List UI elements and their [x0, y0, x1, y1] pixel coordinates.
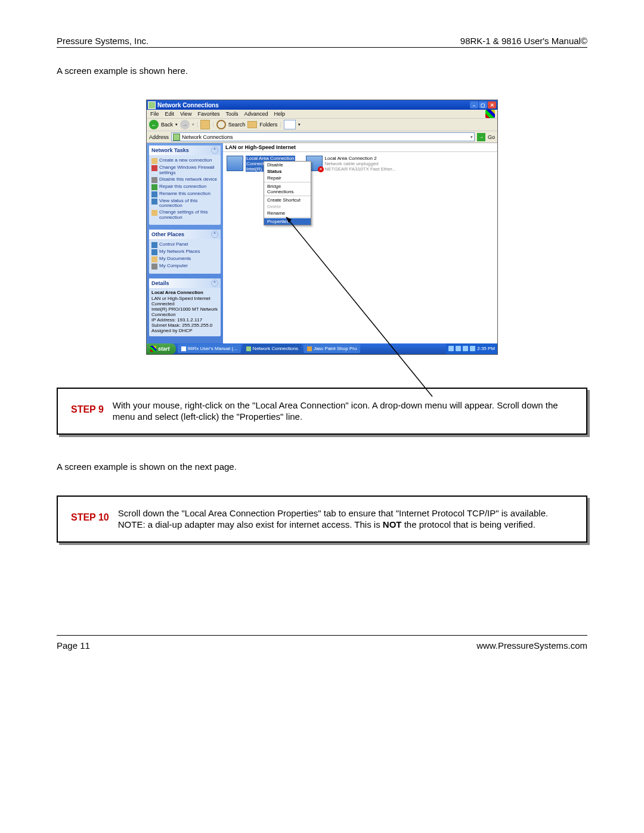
ctx-shortcut[interactable]: Create Shortcut: [264, 197, 311, 203]
conn2-adapter: NETGEAR FA310TX Fast Ether...: [325, 166, 397, 172]
collapse-icon[interactable]: ⌃: [211, 280, 218, 287]
menu-help[interactable]: Help: [274, 111, 285, 117]
task-link[interactable]: Rename this connection: [151, 191, 218, 197]
ctx-rename[interactable]: Rename: [264, 210, 311, 216]
screenshot-container: Network Connections – ▢ ✕ File Edit View…: [146, 100, 498, 355]
task-link[interactable]: Change settings of this connection: [151, 210, 218, 221]
step-10-box: STEP 10 Scroll down the "Local Area Conn…: [57, 496, 587, 543]
ctx-properties[interactable]: Properties: [264, 218, 311, 225]
network-icon: [227, 156, 243, 171]
network-tasks-panel: Network Tasks ⌃ Create a new connection …: [149, 145, 221, 225]
close-button[interactable]: ✕: [488, 101, 496, 109]
ctx-bridge[interactable]: Bridge Connections: [264, 183, 311, 195]
address-value: Network Connections: [182, 134, 233, 140]
address-label: Address: [149, 134, 169, 140]
taskbar-item[interactable]: Network Connections: [243, 344, 302, 353]
connection-item-2[interactable]: Local Area Connection 2 Network cable un…: [306, 156, 397, 172]
taskbar-item[interactable]: 98Rx User's Manual (...: [178, 344, 241, 353]
minimize-button[interactable]: –: [470, 101, 478, 109]
task-link[interactable]: Change Windows Firewall settings: [151, 165, 218, 176]
menu-tools[interactable]: Tools: [225, 111, 238, 117]
detail-name: Local Area Connection: [151, 290, 218, 295]
tray-clock: 2:35 PM: [477, 346, 495, 351]
window-icon: [148, 101, 156, 109]
search-icon[interactable]: [216, 120, 226, 129]
place-link[interactable]: My Computer: [151, 264, 218, 270]
header-manual: 98RK-1 & 9816 User's Manual©: [460, 36, 587, 46]
views-button[interactable]: [284, 120, 296, 129]
place-link[interactable]: Control Panel: [151, 242, 218, 248]
address-bar: Address Network Connections ▾ → Go: [147, 131, 497, 143]
side-panel: Network Tasks ⌃ Create a new connection …: [147, 143, 223, 343]
step-10-label: STEP 10: [71, 507, 109, 523]
step-9-text: With your mouse, right-click on the "Loc…: [113, 400, 573, 423]
menu-file[interactable]: File: [150, 111, 159, 117]
other-places-title: Other Places: [151, 231, 184, 237]
menu-advanced[interactable]: Advanced: [244, 111, 268, 117]
footer-url: www.PressureSystems.com: [476, 640, 587, 651]
tray-icon[interactable]: [456, 346, 461, 351]
taskbar-item[interactable]: Jasc Paint Shop Pro: [304, 344, 360, 353]
conn-name: Local Area Connection: [246, 156, 295, 161]
menu-bar: File Edit View Favorites Tools Advanced …: [147, 110, 497, 119]
ctx-delete: Delete: [264, 203, 311, 210]
step-9-label: STEP 9: [71, 400, 104, 415]
footer-page: Page 11: [57, 640, 90, 651]
go-button[interactable]: →: [477, 133, 485, 141]
step-10-text: Scroll down the "Local Area Connection P…: [118, 507, 573, 531]
collapse-icon[interactable]: ⌃: [211, 231, 218, 238]
system-tray: 2:35 PM: [446, 343, 497, 354]
forward-button[interactable]: →: [180, 120, 190, 129]
group-header: LAN or High-Speed Internet: [223, 143, 497, 152]
task-link[interactable]: View status of this connection: [151, 199, 218, 209]
menu-view[interactable]: View: [180, 111, 191, 117]
conn2-name: Local Area Connection 2: [325, 156, 397, 161]
folders-label[interactable]: Folders: [259, 122, 277, 128]
network-tasks-title: Network Tasks: [151, 147, 189, 153]
ctx-status[interactable]: Status: [264, 168, 311, 175]
page-header: Pressure Systems, Inc. 98RK-1 & 9816 Use…: [57, 36, 587, 46]
intro-text-1: A screen example is shown here.: [57, 66, 587, 76]
go-label[interactable]: Go: [488, 134, 495, 140]
back-label[interactable]: Back: [161, 122, 173, 128]
menu-edit[interactable]: Edit: [165, 111, 175, 117]
detail-type: LAN or High-Speed Internet: [151, 296, 218, 301]
detail-status: Connected: [151, 301, 218, 306]
search-label[interactable]: Search: [228, 122, 246, 128]
page-footer: Page 11 www.PressureSystems.com: [57, 640, 587, 651]
window-title-bar: Network Connections – ▢ ✕: [147, 100, 497, 110]
start-icon: [150, 346, 156, 352]
start-button[interactable]: start: [147, 343, 176, 354]
details-panel: Details ⌃ Local Area Connection LAN or H…: [149, 278, 221, 336]
task-link[interactable]: Disable this network device: [151, 177, 218, 183]
intro-text-2: A screen example is shown on the next pa…: [57, 462, 587, 472]
task-link[interactable]: Repair this connection: [151, 184, 218, 190]
folders-icon[interactable]: [247, 121, 257, 128]
details-title: Details: [151, 280, 169, 286]
ctx-disable[interactable]: Disable: [264, 162, 311, 168]
detail-adapter: Intel(R) PRO/1000 MT Network Connection: [151, 306, 218, 317]
ctx-repair[interactable]: Repair: [264, 175, 311, 181]
tray-icon[interactable]: [448, 346, 454, 351]
detail-mask: Subnet Mask: 255.255.255.0: [151, 323, 218, 328]
collapse-icon[interactable]: ⌃: [211, 147, 218, 154]
up-button[interactable]: [200, 120, 210, 129]
header-rule: [57, 47, 587, 48]
address-input[interactable]: Network Connections ▾: [171, 132, 475, 141]
step-9-box: STEP 9 With your mouse, right-click on t…: [57, 388, 587, 435]
main-pane: LAN or High-Speed Internet Local Area Co…: [223, 143, 497, 343]
other-places-panel: Other Places ⌃ Control Panel My Network …: [149, 230, 221, 274]
task-link[interactable]: Create a new connection: [151, 158, 218, 164]
place-link[interactable]: My Network Places: [151, 249, 218, 255]
menu-favorites[interactable]: Favorites: [197, 111, 219, 117]
xp-window: Network Connections – ▢ ✕ File Edit View…: [146, 100, 498, 355]
tray-icon[interactable]: [470, 346, 475, 351]
tray-icon[interactable]: [463, 346, 468, 351]
footer-rule: [57, 635, 587, 636]
conn2-status: Network cable unplugged: [325, 161, 397, 166]
context-menu: Disable Status Repair Bridge Connections…: [264, 161, 311, 225]
back-button[interactable]: ←: [149, 120, 159, 129]
maximize-button[interactable]: ▢: [479, 101, 487, 109]
place-link[interactable]: My Documents: [151, 256, 218, 262]
toolbar: ← Back ▾ → ▾ | | Search Folders | ▾: [147, 119, 497, 131]
